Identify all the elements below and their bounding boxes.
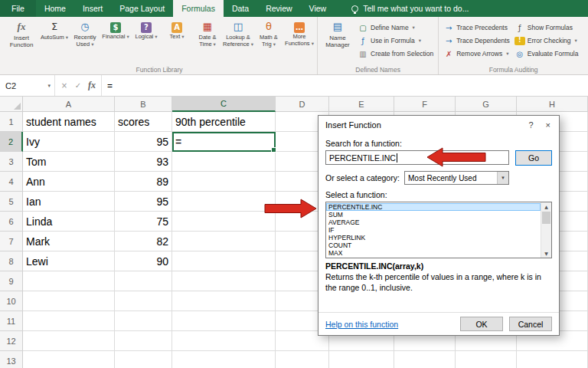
- enter-entry-icon[interactable]: ✓: [71, 81, 85, 90]
- ribbon-autosum[interactable]: ΣAutoSum▾: [39, 18, 70, 64]
- select-all-button[interactable]: [0, 97, 23, 112]
- cell-E13[interactable]: [329, 351, 394, 368]
- scroll-down-icon[interactable]: ▼: [541, 249, 551, 258]
- cancel-button[interactable]: Cancel: [509, 317, 552, 331]
- cell-C1[interactable]: 90th percentile: [172, 112, 276, 132]
- ribbon-remove-arrows[interactable]: ✗Remove Arrows▾: [441, 48, 512, 59]
- cell-C9[interactable]: [172, 271, 276, 291]
- column-header-E[interactable]: E: [329, 97, 394, 112]
- row-header-11[interactable]: 11: [0, 311, 23, 331]
- dialog-help-icon[interactable]: ?: [528, 120, 533, 130]
- row-header-1[interactable]: 1: [0, 112, 23, 132]
- formula-input[interactable]: =: [102, 75, 588, 96]
- cell-C2[interactable]: =: [172, 132, 276, 152]
- cell-B13[interactable]: [115, 351, 172, 368]
- ribbon-error-checking[interactable]: !Error Checking▾: [512, 35, 581, 46]
- insert-function-fx-icon[interactable]: fx: [85, 80, 99, 91]
- column-header-B[interactable]: B: [115, 97, 172, 112]
- cell-B9[interactable]: [115, 271, 172, 291]
- cell-A12[interactable]: [23, 331, 115, 351]
- dropdown-arrow-icon[interactable]: ▼: [497, 172, 508, 184]
- column-header-D[interactable]: D: [276, 97, 329, 112]
- row-header-3[interactable]: 3: [0, 152, 23, 172]
- tab-data[interactable]: Data: [224, 0, 257, 17]
- cell-H13[interactable]: [517, 351, 588, 368]
- function-search-input[interactable]: PERCENTILE.INC: [325, 150, 509, 165]
- cell-B6[interactable]: 75: [115, 212, 172, 232]
- row-header-9[interactable]: 9: [0, 271, 23, 291]
- cell-A2[interactable]: Ivy: [23, 132, 115, 152]
- dialog-title-bar[interactable]: Insert Function ? ×: [318, 116, 559, 134]
- ribbon-text[interactable]: AText▾: [162, 18, 192, 64]
- row-header-10[interactable]: 10: [0, 291, 23, 311]
- help-link[interactable]: Help on this function: [325, 320, 398, 329]
- cell-C10[interactable]: [172, 291, 276, 311]
- cell-A8[interactable]: Lewi: [23, 251, 115, 271]
- cell-C3[interactable]: [172, 152, 276, 172]
- cell-C8[interactable]: [172, 251, 276, 271]
- row-header-6[interactable]: 6: [0, 212, 23, 232]
- category-dropdown[interactable]: Most Recently Used ▼: [404, 171, 509, 185]
- ribbon-use-in-formula[interactable]: ƒUse in Formula▾: [355, 35, 436, 46]
- cell-C4[interactable]: [172, 172, 276, 192]
- function-option-sum[interactable]: SUM: [326, 211, 541, 219]
- cell-B7[interactable]: 82: [115, 232, 172, 251]
- row-header-5[interactable]: 5: [0, 192, 23, 212]
- ribbon-insert-function[interactable]: fxInsert Function: [4, 18, 39, 64]
- scrollbar-thumb[interactable]: [542, 212, 550, 224]
- ribbon-logical[interactable]: ?Logical▾: [131, 18, 162, 64]
- cell-B2[interactable]: 95: [115, 132, 172, 152]
- scrollbar-track[interactable]: [541, 211, 551, 249]
- function-option-max[interactable]: MAX: [326, 249, 541, 257]
- cell-B4[interactable]: 89: [115, 172, 172, 192]
- cell-B11[interactable]: [115, 311, 172, 331]
- column-header-F[interactable]: F: [394, 97, 456, 112]
- function-option-hyperlink[interactable]: HYPERLINK: [326, 234, 541, 242]
- ribbon-create-from-selection[interactable]: ▥Create from Selection: [355, 48, 436, 59]
- tab-page-layout[interactable]: Page Layout: [111, 0, 173, 17]
- cell-B1[interactable]: scores: [115, 112, 172, 132]
- go-button[interactable]: Go: [515, 150, 552, 166]
- tell-me-box[interactable]: Tell me what you want to do...: [351, 0, 469, 17]
- ribbon-date-time[interactable]: ▦Date & Time▾: [192, 18, 223, 64]
- ribbon-math-trig[interactable]: θMath & Trig▾: [253, 18, 284, 64]
- ribbon-lookup-reference[interactable]: ◫Lookup & Reference▾: [223, 18, 253, 64]
- ribbon-evaluate-formula[interactable]: ◎Evaluate Formula: [512, 48, 581, 59]
- column-header-H[interactable]: H: [517, 97, 588, 112]
- cell-A10[interactable]: [23, 291, 115, 311]
- ribbon-more-functions[interactable]: …More Functions▾: [284, 18, 315, 64]
- cell-A1[interactable]: student names: [23, 112, 115, 132]
- cell-A7[interactable]: Mark: [23, 232, 115, 251]
- cell-F13[interactable]: [394, 351, 456, 368]
- row-header-4[interactable]: 4: [0, 172, 23, 192]
- function-option-count[interactable]: COUNT: [326, 242, 541, 249]
- cell-C6[interactable]: [172, 212, 276, 232]
- cell-B3[interactable]: 93: [115, 152, 172, 172]
- name-box-dropdown-icon[interactable]: ▾: [47, 83, 54, 89]
- tab-review[interactable]: Review: [257, 0, 300, 17]
- list-scrollbar[interactable]: ▲ ▼: [541, 202, 551, 258]
- dialog-close-icon[interactable]: ×: [546, 120, 550, 130]
- column-header-A[interactable]: A: [23, 97, 115, 112]
- ok-button[interactable]: OK: [460, 317, 503, 331]
- cancel-entry-icon[interactable]: ×: [57, 81, 71, 90]
- ribbon-recently-used[interactable]: ◷Recently Used▾: [70, 18, 100, 64]
- cell-A13[interactable]: [23, 351, 115, 368]
- cell-D13[interactable]: [276, 351, 329, 368]
- cell-C12[interactable]: [172, 331, 276, 351]
- cell-A3[interactable]: Tom: [23, 152, 115, 172]
- cell-A5[interactable]: Ian: [23, 192, 115, 212]
- function-option-percentile.inc[interactable]: PERCENTILE.INC: [326, 203, 541, 211]
- cell-B10[interactable]: [115, 291, 172, 311]
- tab-home[interactable]: Home: [36, 0, 74, 17]
- tab-view[interactable]: View: [301, 0, 335, 17]
- row-header-8[interactable]: 8: [0, 251, 23, 271]
- cell-C11[interactable]: [172, 311, 276, 331]
- function-option-if[interactable]: IF: [326, 226, 541, 234]
- cell-A9[interactable]: [23, 271, 115, 291]
- ribbon-financial[interactable]: $Financial▾: [100, 18, 131, 64]
- function-option-average[interactable]: AVERAGE: [326, 219, 541, 226]
- ribbon-define-name[interactable]: ▢Define Name▾: [355, 22, 436, 33]
- row-header-7[interactable]: 7: [0, 232, 23, 251]
- scroll-up-icon[interactable]: ▲: [541, 202, 551, 211]
